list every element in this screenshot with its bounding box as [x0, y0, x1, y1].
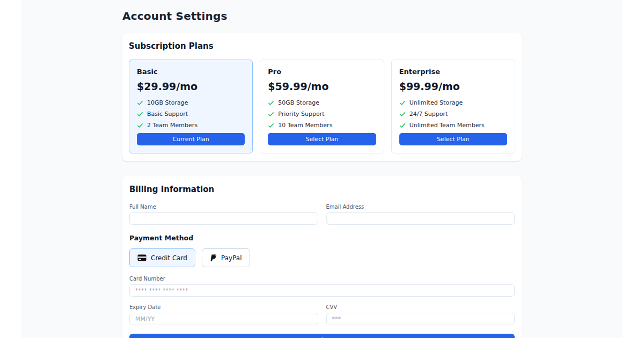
plan-price: $59.99/mo	[268, 80, 376, 92]
plan-card-basic: Basic $29.99/mo 10GB Storage	[129, 60, 253, 153]
plan-price: $99.99/mo	[399, 80, 507, 92]
credit-card-icon	[137, 254, 147, 261]
expiry-date-field-group: Expiry Date	[129, 304, 318, 325]
plan-feature-label: 10GB Storage	[147, 99, 188, 106]
plan-feature-label: 10 Team Members	[278, 122, 332, 129]
subscription-plans-card: Subscription Plans Basic $29.99/mo 10GB …	[122, 33, 522, 161]
plan-name: Basic	[137, 68, 245, 76]
email-address-input[interactable]	[326, 212, 515, 225]
page-background: Account Settings Subscription Plans Basi…	[21, 0, 623, 338]
plan-feature: 50GB Storage	[268, 99, 376, 106]
expiry-date-input[interactable]	[129, 313, 318, 325]
plan-feature: 24/7 Support	[399, 111, 507, 117]
expiry-date-label: Expiry Date	[129, 304, 318, 310]
content-container: Account Settings Subscription Plans Basi…	[122, 10, 522, 338]
cvv-input[interactable]	[326, 313, 515, 325]
credit-card-option-label: Credit Card	[151, 254, 187, 262]
card-number-label: Card Number	[129, 276, 515, 282]
select-plan-button-pro[interactable]: Select Plan	[268, 133, 376, 145]
check-icon	[399, 122, 406, 129]
plan-features: Unlimited Storage 24/7 Support	[399, 99, 507, 129]
name-email-row: Full Name Email Address	[129, 204, 515, 225]
plan-feature-label: Priority Support	[278, 111, 324, 117]
plan-name: Pro	[268, 68, 376, 76]
plan-feature-label: Unlimited Team Members	[409, 122, 485, 129]
save-changes-button[interactable]: Save Changes	[129, 334, 515, 338]
check-icon	[268, 122, 274, 129]
paypal-option-label: PayPal	[221, 254, 242, 262]
plans-grid: Basic $29.99/mo 10GB Storage	[129, 60, 515, 153]
billing-information-heading: Billing Information	[129, 185, 515, 194]
plan-card-pro: Pro $59.99/mo 50GB Storage	[260, 60, 384, 153]
cvv-label: CVV	[326, 304, 515, 310]
plan-features: 10GB Storage Basic Support	[137, 99, 245, 129]
expiry-cvv-row: Expiry Date CVV	[129, 304, 515, 325]
plan-feature: 10 Team Members	[268, 122, 376, 129]
plan-price: $29.99/mo	[137, 80, 245, 92]
full-name-field-group: Full Name	[129, 204, 318, 225]
plan-feature-label: 24/7 Support	[409, 111, 448, 117]
check-icon	[137, 100, 143, 106]
payment-method-heading: Payment Method	[129, 234, 515, 242]
check-icon	[137, 111, 143, 117]
plan-feature-label: 50GB Storage	[278, 99, 319, 106]
plan-card-enterprise: Enterprise $99.99/mo Unlimited Storage	[391, 60, 515, 153]
subscription-plans-heading: Subscription Plans	[129, 41, 515, 51]
plan-features: 50GB Storage Priority Support	[268, 99, 376, 129]
plan-feature: Unlimited Team Members	[399, 122, 507, 129]
plan-feature: 2 Team Members	[137, 122, 245, 129]
check-icon	[137, 122, 143, 129]
check-icon	[399, 100, 406, 106]
check-icon	[268, 111, 274, 117]
payment-method-options: Credit Card PayPal	[129, 248, 515, 267]
card-number-input[interactable]	[129, 284, 515, 297]
select-plan-button-enterprise[interactable]: Select Plan	[399, 133, 507, 145]
check-icon	[399, 111, 406, 117]
email-field-group: Email Address	[326, 204, 515, 225]
full-name-label: Full Name	[129, 204, 318, 210]
plan-feature: Basic Support	[137, 111, 245, 117]
credit-card-option-button[interactable]: Credit Card	[129, 248, 195, 267]
paypal-icon	[210, 254, 217, 262]
cvv-field-group: CVV	[326, 304, 515, 325]
card-number-field-group: Card Number	[129, 276, 515, 297]
billing-information-card: Billing Information Full Name Email Addr…	[122, 176, 522, 338]
email-address-label: Email Address	[326, 204, 515, 210]
plan-feature-label: Basic Support	[147, 111, 188, 117]
plan-feature-label: Unlimited Storage	[409, 99, 463, 106]
plan-feature-label: 2 Team Members	[147, 122, 197, 129]
plan-name: Enterprise	[399, 68, 507, 76]
page-title: Account Settings	[122, 10, 522, 23]
plan-feature: Priority Support	[268, 111, 376, 117]
plan-feature: Unlimited Storage	[399, 99, 507, 106]
full-name-input[interactable]	[129, 212, 318, 225]
check-icon	[268, 100, 274, 106]
plan-feature: 10GB Storage	[137, 99, 245, 106]
current-plan-button[interactable]: Current Plan	[137, 133, 245, 145]
paypal-option-button[interactable]: PayPal	[202, 248, 250, 267]
